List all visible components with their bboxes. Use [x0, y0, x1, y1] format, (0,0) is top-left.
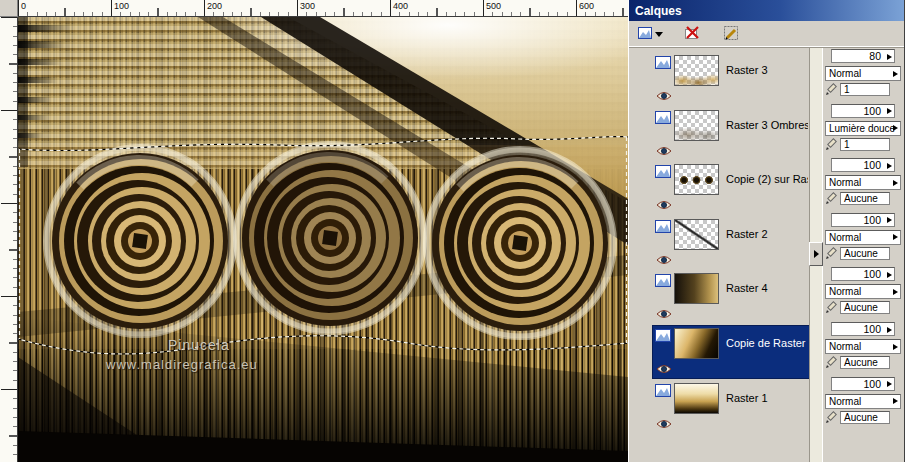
visibility-eye-icon[interactable]	[656, 145, 672, 157]
opacity-value: 100	[863, 159, 881, 171]
opacity-field[interactable]: 100	[831, 322, 895, 336]
slider-arrow-icon	[887, 217, 892, 223]
layer-thumbnail	[674, 328, 719, 359]
layer-controls-group: 100 Normal Aucune	[823, 158, 905, 206]
blend-mode-dropdown[interactable]: Lumière douce	[825, 121, 901, 136]
blend-mode-value: Lumière douce	[829, 123, 895, 134]
raster-layer-icon	[655, 56, 671, 69]
layer-controls: 80 Normal 1 100 Lumière douce	[823, 48, 905, 462]
delete-layer-button[interactable]	[676, 23, 708, 46]
layer-name: Raster 1	[726, 392, 768, 404]
delete-x-icon	[683, 24, 701, 44]
layers-palette: Calques	[628, 0, 905, 462]
layer-row[interactable]: Raster 1	[653, 381, 809, 433]
opacity-field[interactable]: 80	[831, 49, 895, 63]
blend-mode-dropdown[interactable]: Normal	[825, 284, 901, 299]
blend-mode-dropdown[interactable]: Normal	[825, 66, 901, 81]
layer-group-field[interactable]: Aucune	[840, 301, 890, 314]
new-layer-menu-button[interactable]	[633, 23, 669, 46]
slider-arrow-icon	[887, 163, 892, 169]
layer-group-field[interactable]: Aucune	[840, 411, 890, 424]
raster-layer-icon	[655, 165, 671, 178]
layer-group-value: Aucune	[844, 302, 878, 313]
visibility-eye-icon[interactable]	[656, 418, 672, 430]
layer-name: Copie (2) sur Raster	[726, 173, 808, 185]
blend-mode-dropdown[interactable]: Normal	[825, 339, 901, 354]
layer-group-pencil-icon	[825, 138, 838, 151]
visibility-eye-icon[interactable]	[656, 254, 672, 266]
layer-group-value: 1	[844, 84, 850, 95]
dropdown-arrow-icon	[893, 71, 898, 77]
opacity-field[interactable]: 100	[831, 377, 895, 391]
layer-row[interactable]: Copie de Raster 1	[653, 326, 809, 378]
layer-group-field[interactable]: 1	[840, 83, 890, 96]
dropdown-arrow-icon	[893, 180, 898, 186]
blend-mode-dropdown[interactable]: Normal	[825, 175, 901, 190]
layer-row[interactable]: Raster 4	[653, 271, 809, 323]
dropdown-arrow-icon	[893, 398, 898, 404]
opacity-field[interactable]: 100	[831, 213, 895, 227]
watermark-line1: Pinucela	[168, 337, 230, 353]
layer-group-pencil-icon	[825, 411, 838, 424]
layer-row[interactable]: Raster 3 Ombres :	[653, 108, 809, 160]
layer-group-field[interactable]: Aucune	[840, 247, 890, 260]
layer-controls-group: 100 Normal Aucune	[823, 213, 905, 261]
chevron-right-icon	[814, 250, 819, 258]
ruler-corner	[0, 0, 18, 17]
layer-name: Raster 3 Ombres :	[726, 119, 808, 131]
layer-group-value: Aucune	[844, 193, 878, 204]
layer-group-field[interactable]: Aucune	[840, 356, 890, 369]
layer-thumbnail	[674, 383, 719, 414]
artwork-image[interactable]: Pinucela www.maldiregrafica.eu	[18, 17, 628, 462]
layer-group-pencil-icon	[825, 356, 838, 369]
layer-group-value: Aucune	[844, 412, 878, 423]
layer-group-field[interactable]: Aucune	[840, 192, 890, 205]
palette-titlebar[interactable]: Calques	[629, 0, 904, 21]
visibility-eye-icon[interactable]	[656, 199, 672, 211]
watermark-line2: www.maldiregrafica.eu	[105, 357, 258, 372]
visibility-eye-icon[interactable]	[656, 308, 672, 320]
ruler-label: 500	[486, 1, 501, 11]
layer-row[interactable]: Copie (2) sur Raster	[653, 162, 809, 214]
ruler-label: 400	[393, 1, 408, 11]
opacity-field[interactable]: 100	[831, 158, 895, 172]
pencil-icon	[722, 24, 740, 44]
layer-group-row: 1	[825, 83, 903, 96]
psp-workspace: 0100200300400500600	[0, 0, 905, 462]
layer-group-row: 1	[825, 138, 903, 151]
layer-group-value: 1	[844, 139, 850, 150]
layer-group-pencil-icon	[825, 247, 838, 260]
raster-layer-icon	[655, 384, 671, 397]
opacity-field[interactable]: 100	[831, 267, 895, 281]
layer-thumbnail	[674, 110, 719, 141]
ruler-label: 0	[21, 1, 26, 11]
palette-splitter-button[interactable]	[809, 242, 823, 266]
layer-controls-group: 100 Lumière douce 1	[823, 104, 905, 152]
layer-group-pencil-icon	[825, 301, 838, 314]
layer-thumbnail	[674, 55, 719, 86]
layer-group-pencil-icon	[825, 192, 838, 205]
layer-row[interactable]: Raster 3	[653, 53, 809, 105]
ruler-top: 0100200300400500600	[18, 0, 628, 17]
dropdown-arrow-icon	[893, 234, 898, 240]
layer-row[interactable]: Raster 2	[653, 217, 809, 269]
blend-mode-dropdown[interactable]: Normal	[825, 230, 901, 245]
visibility-eye-icon[interactable]	[656, 363, 672, 375]
blend-mode-value: Normal	[829, 341, 861, 352]
opacity-field[interactable]: 100	[831, 104, 895, 118]
layer-name: Copie de Raster 1	[726, 337, 808, 349]
layer-group-field[interactable]: 1	[840, 138, 890, 151]
raster-layer-icon	[655, 329, 671, 342]
opacity-value: 100	[863, 323, 881, 335]
layer-group-value: Aucune	[844, 357, 878, 368]
visibility-eye-icon[interactable]	[656, 90, 672, 102]
slider-arrow-icon	[887, 327, 892, 333]
edit-selection-button[interactable]	[715, 23, 747, 46]
layer-thumbnail	[674, 219, 719, 250]
opacity-value: 100	[863, 378, 881, 390]
ruler-label: 100	[114, 1, 129, 11]
layer-controls-group: 100 Normal Aucune	[823, 322, 905, 370]
new-raster-layer-icon	[637, 24, 665, 44]
blend-mode-value: Normal	[829, 68, 861, 79]
blend-mode-dropdown[interactable]: Normal	[825, 394, 901, 409]
